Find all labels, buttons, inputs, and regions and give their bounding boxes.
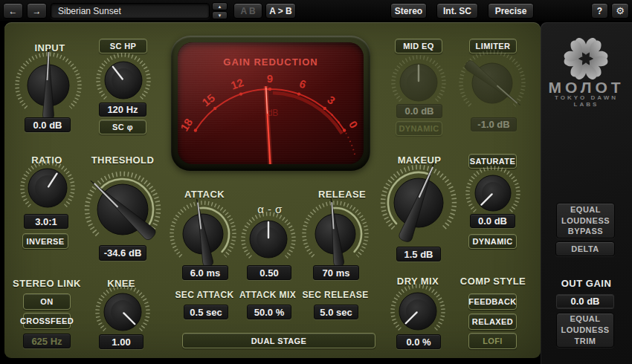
brand-company: TOKYO DAWN LABS bbox=[541, 94, 632, 108]
knee-value[interactable]: 1.00 bbox=[99, 334, 144, 349]
sec-attack-value[interactable]: 0.5 sec bbox=[184, 305, 228, 319]
ratio-value[interactable]: 3.0:1 bbox=[24, 214, 68, 229]
alpha-sigma-value[interactable]: 0.50 bbox=[247, 265, 291, 280]
dry-mix-value[interactable]: 0.0 % bbox=[396, 334, 441, 349]
svg-text:0: 0 bbox=[346, 119, 361, 131]
attack-mix-value[interactable]: 50.0 % bbox=[247, 305, 291, 319]
mid-eq-knob[interactable] bbox=[389, 53, 448, 112]
delta-button[interactable]: DELTA bbox=[555, 241, 615, 256]
out-gain-value[interactable]: 0.0 dB bbox=[556, 294, 614, 308]
meter-tick-dots bbox=[194, 88, 346, 132]
saturate-dynamic-button[interactable]: DYNAMIC bbox=[468, 234, 517, 249]
molot-flower-logo-icon bbox=[564, 37, 608, 80]
channel-mode-button[interactable]: Stereo bbox=[390, 3, 427, 19]
main-panel: INPUT 0.0 dB SC HP 120 Hz SC φ RATIO 3.0… bbox=[4, 22, 541, 358]
settings-gear-icon[interactable]: ⚙ bbox=[611, 3, 629, 19]
mid-eq-value[interactable]: 0.0 dB bbox=[396, 104, 442, 118]
svg-text:18: 18 bbox=[178, 116, 195, 133]
comp-style-label: COMP STYLE bbox=[452, 276, 534, 287]
ab-compare-button[interactable]: A B bbox=[233, 3, 262, 19]
meter-needle bbox=[266, 86, 271, 164]
help-button[interactable]: ? bbox=[591, 3, 608, 19]
sc-hp-freq-knob[interactable] bbox=[94, 51, 153, 110]
limiter-knob[interactable] bbox=[451, 42, 533, 124]
knee-knob[interactable] bbox=[93, 282, 152, 342]
attack-value[interactable]: 6.0 ms bbox=[182, 265, 228, 280]
a-to-b-copy-button[interactable]: A > B bbox=[265, 3, 296, 19]
preset-name-field[interactable]: Siberian Sunset bbox=[51, 3, 210, 19]
release-knob[interactable] bbox=[294, 193, 376, 275]
sec-release-label: SEC RELEASE bbox=[294, 290, 376, 300]
input-value[interactable]: 0.0 dB bbox=[25, 117, 71, 132]
preset-spin-up-button[interactable]: ▲ bbox=[212, 2, 228, 10]
sidechain-mode-button[interactable]: Int. SC bbox=[436, 3, 478, 19]
svg-text:3: 3 bbox=[325, 93, 338, 106]
equal-loudness-bypass-button[interactable]: EQUAL LOUDNESS BYPASS bbox=[556, 203, 615, 238]
top-toolbar: ← → Siberian Sunset ▲ ▼ A B A > B Stereo… bbox=[0, 0, 632, 21]
threshold-knob[interactable] bbox=[74, 161, 171, 258]
quality-mode-button[interactable]: Precise bbox=[488, 3, 534, 19]
svg-text:6: 6 bbox=[297, 77, 307, 91]
inverse-button[interactable]: INVERSE bbox=[22, 233, 68, 249]
brand-output-panel: МОЛОТ TOKYO DAWN LABS EQUAL LOUDNESS BYP… bbox=[541, 22, 632, 364]
sc-hp-freq-value[interactable]: 120 Hz bbox=[99, 103, 146, 117]
makeup-value[interactable]: 1.5 dB bbox=[396, 247, 441, 261]
alpha-sigma-knob[interactable] bbox=[239, 209, 298, 269]
dry-mix-knob[interactable] bbox=[388, 282, 448, 341]
svg-text:9: 9 bbox=[267, 72, 273, 85]
sec-release-value[interactable]: 5.0 sec bbox=[314, 305, 358, 319]
meter-scale: 18 15 12 9 6 3 0 bbox=[178, 72, 361, 133]
crossfeed-button[interactable]: CROSSFEED bbox=[23, 313, 71, 329]
release-value[interactable]: 70 ms bbox=[313, 265, 359, 280]
preset-forward-button[interactable]: → bbox=[27, 3, 47, 19]
input-knob[interactable] bbox=[7, 45, 89, 126]
crossfeed-freq-value[interactable]: 625 Hz bbox=[23, 334, 71, 348]
svg-text:12: 12 bbox=[229, 76, 245, 92]
meter-unit-label: dB bbox=[268, 108, 279, 118]
stereo-link-label: STEREO LINK bbox=[6, 278, 88, 289]
dual-stage-button[interactable]: DUAL STAGE bbox=[182, 333, 375, 348]
sc-phase-button[interactable]: SC φ bbox=[99, 120, 146, 134]
preset-spin-down-button[interactable]: ▼ bbox=[212, 11, 228, 19]
threshold-value[interactable]: -34.6 dB bbox=[99, 245, 146, 261]
limiter-value[interactable]: -1.0 dB bbox=[471, 117, 517, 131]
stereo-link-on-button[interactable]: ON bbox=[23, 293, 71, 310]
svg-text:15: 15 bbox=[199, 91, 217, 109]
comp-style-relaxed-button[interactable]: RELAXED bbox=[468, 313, 517, 330]
comp-style-feedback-button[interactable]: FEEDBACK bbox=[468, 293, 517, 310]
comp-style-lofi-button[interactable]: LOFI bbox=[468, 333, 517, 349]
out-gain-label: OUT GAIN bbox=[541, 278, 632, 289]
meter-title: GAIN REDUCTION bbox=[223, 56, 317, 68]
preset-back-button[interactable]: ← bbox=[3, 3, 23, 19]
mid-eq-dynamic-button[interactable]: DYNAMIC bbox=[396, 121, 442, 136]
gain-reduction-meter: GAIN REDUCTION 18 15 bbox=[171, 36, 370, 171]
ratio-knob[interactable] bbox=[18, 158, 77, 218]
makeup-knob[interactable] bbox=[370, 155, 467, 251]
mid-eq-button[interactable]: MID EQ bbox=[395, 39, 442, 53]
equal-loudness-trim-button[interactable]: EQUAL LOUDNESS TRIM bbox=[556, 313, 614, 348]
meter-face: GAIN REDUCTION 18 15 bbox=[178, 42, 364, 164]
preset-spinner: ▲ ▼ bbox=[212, 2, 228, 19]
saturate-value[interactable]: 0.0 dB bbox=[470, 214, 515, 228]
